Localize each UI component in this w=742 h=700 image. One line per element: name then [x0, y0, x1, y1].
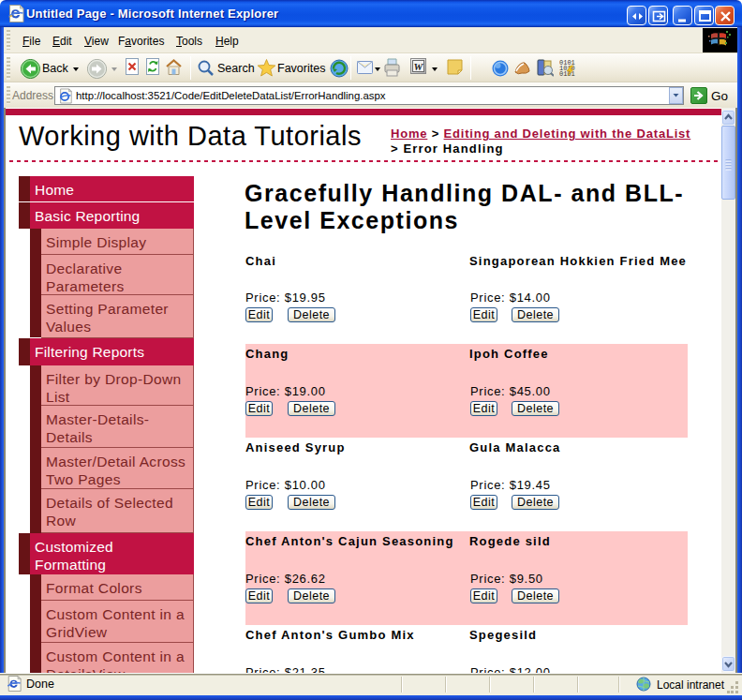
- svg-text:W: W: [414, 61, 424, 72]
